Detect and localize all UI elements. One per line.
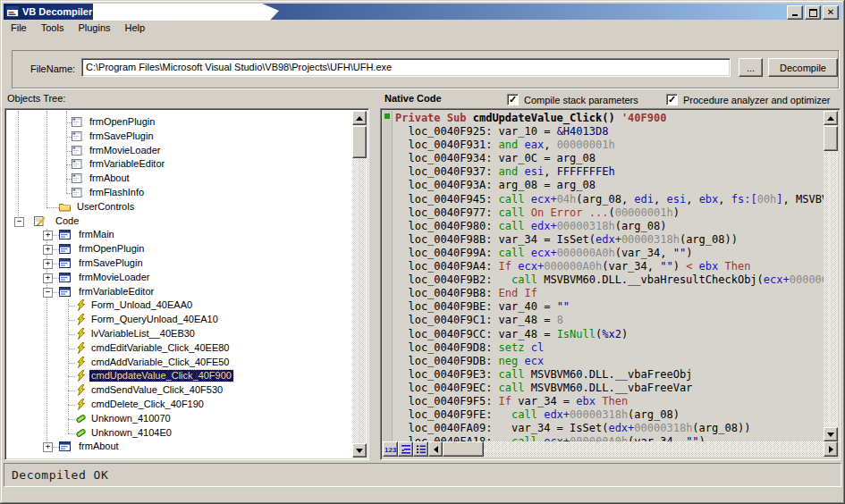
tree-item-label[interactable]: Unknown_4104E0 [89,427,173,439]
scroll-track[interactable] [484,441,824,457]
collapse-icon[interactable]: − [14,217,24,227]
code-line: loc_0040F9C1: var_48 = 8 [395,314,824,327]
objects-tree-label: Objects Tree: [7,93,65,104]
tree-item-Form_Unload_40EAA0[interactable]: Form_Unload_40EAA0 [7,298,352,313]
decompile-button[interactable]: Decompile [768,58,838,77]
list-view-button[interactable] [413,441,428,457]
tree-item-label[interactable]: Unknown_410070 [89,413,173,424]
tree-item-cmdDelete_Click_40F190[interactable]: cmdDelete_Click_40F190 [7,398,352,412]
filename-input[interactable]: C:\Program Files\Microsoft Visual Studio… [81,58,731,77]
tree-item-frmSavePlugin[interactable]: +frmSavePlugin [7,256,352,271]
close-button[interactable]: ✕ [823,5,839,20]
objects-tree[interactable]: frmOpenPluginfrmSavePluginfrmMovieLoader… [7,111,352,458]
tree-item-label[interactable]: Code [54,215,80,227]
tree-item-cmdEditVariable_Click_40EE80[interactable]: cmdEditVariable_Click_40EE80 [7,341,352,356]
compile-stack-checkbox[interactable]: ✓ [507,94,519,105]
indent-view-button[interactable] [398,441,413,457]
scroll-track[interactable] [824,125,838,427]
horizontal-scrollbar[interactable] [428,441,838,457]
expand-icon[interactable]: + [43,231,53,240]
maximize-button[interactable] [805,5,821,20]
tree-item-frmVariableEditor[interactable]: −frmVariableEditor [7,285,352,299]
tree-item-label[interactable]: frmMovieLoader [77,272,151,283]
scroll-thumb[interactable] [352,126,367,158]
tree-item-frmFlashInfo[interactable]: frmFlashInfo [7,186,352,200]
tree-item-UserControls[interactable]: UserControls [7,200,352,214]
tree-item-cmdUpdateValue_Click_40F900[interactable]: cmdUpdateValue_Click_40F900 [7,369,352,383]
tree-item-label[interactable]: frmVariableEditor [77,286,156,298]
tree-item-label[interactable]: frmAbout [88,172,131,184]
scroll-up-button[interactable] [352,111,367,125]
compile-stack-label[interactable]: Compile stack parameters [524,95,638,105]
tree-item-label[interactable]: cmdEditVariable_Click_40EE80 [89,342,232,354]
tree-item-cmdSendValue_Click_40F530[interactable]: cmdSendValue_Click_40F530 [7,383,352,398]
show-addresses-button[interactable]: 123 [383,441,398,457]
tree-item-Unknown_4104E0[interactable]: Unknown_4104E0 [7,426,352,441]
scroll-thumb[interactable] [443,441,484,457]
unknown-icon [75,413,87,424]
code-scrollbar[interactable] [824,111,838,441]
tree-item-label[interactable]: cmdUpdateValue_Click_40F900 [89,370,233,382]
scroll-up-button[interactable] [824,111,838,125]
expand-icon[interactable]: + [43,442,53,452]
proc-icon [75,342,87,354]
code-bottom-bar: 123 [383,441,838,458]
tree-item-Unknown_410070[interactable]: Unknown_410070 [7,412,352,426]
code-line: loc_0040F9D8: setz cl [395,341,824,355]
expand-icon[interactable]: + [43,273,53,283]
tree-item-frmAbout[interactable]: +frmAbout [7,440,352,454]
tree-item-frmMovieLoader[interactable]: frmMovieLoader [7,144,352,158]
tree-item-label[interactable]: frmOpenPlugin [77,243,146,255]
tree-item-label[interactable]: frmAbout [77,441,121,452]
tree-item-Form_QueryUnload_40EA10[interactable]: Form_QueryUnload_40EA10 [7,313,352,327]
code-line: loc_0040FA18: call ecx+000000A0h(var_34,… [395,435,824,441]
menu-item-plugins[interactable]: Plugins [71,21,117,36]
tree-item-label[interactable]: cmdDelete_Click_40F190 [89,399,206,410]
tree-item-label[interactable]: frmSavePlugin [77,257,145,269]
analyzer-label[interactable]: Procedure analyzer and optimizer [683,95,830,105]
tree-item-label[interactable]: Form_QueryUnload_40EA10 [89,314,220,325]
tree-item-Code[interactable]: −Code [7,214,352,229]
tree-item-frmSavePlugin[interactable]: frmSavePlugin [7,130,352,144]
tree-item-label[interactable]: frmMain [77,229,116,240]
scroll-down-button[interactable] [352,443,367,458]
menu-item-file[interactable]: File [4,21,34,36]
form-icon [72,130,83,142]
analyzer-checkbox[interactable]: ✓ [666,94,678,105]
tree-item-frmAbout[interactable]: frmAbout [7,172,352,186]
tree-item-label[interactable]: UserControls [75,201,136,213]
proc-icon [75,299,87,311]
tree-item-frmMovieLoader[interactable]: +frmMovieLoader [7,271,352,285]
tree-item-label[interactable]: Form_Unload_40EAA0 [89,299,194,311]
tree-item-label[interactable]: lvVariableList__40EB30 [89,328,197,340]
tree-item-frmVariableEditor[interactable]: frmVariableEditor [7,157,352,172]
scroll-left-button[interactable] [428,441,443,457]
expand-icon[interactable]: + [43,259,53,269]
scroll-thumb[interactable] [824,126,838,151]
filename-label: FileName: [30,63,75,74]
scroll-right-button[interactable] [824,441,838,457]
browse-button[interactable]: ... [739,58,763,77]
expand-icon[interactable]: + [43,245,53,255]
tree-item-label[interactable]: cmdAddVariable_Click_40FE50 [89,357,232,368]
tree-item-frmOpenPlugin[interactable]: frmOpenPlugin [7,115,352,130]
form-icon [72,158,83,170]
scroll-down-button[interactable] [824,427,838,441]
tree-item-frmMain[interactable]: +frmMain [7,228,352,242]
code-view[interactable]: Private Sub cmdUpdateValue_Click() '40F9… [395,112,824,441]
tree-item-label[interactable]: cmdSendValue_Click_40F530 [89,384,224,396]
menu-item-tools[interactable]: Tools [34,21,72,36]
tree-scrollbar[interactable] [352,111,367,458]
scroll-track[interactable] [352,125,367,443]
menu-item-help[interactable]: Help [118,21,153,36]
tree-item-label[interactable]: frmOpenPlugin [88,116,156,128]
tree-item-cmdAddVariable_Click_40FE50[interactable]: cmdAddVariable_Click_40FE50 [7,356,352,370]
collapse-icon[interactable]: − [43,288,53,298]
tree-item-label[interactable]: frmFlashInfo [88,187,146,198]
tree-item-label[interactable]: frmMovieLoader [88,145,162,156]
tree-item-label[interactable]: frmVariableEditor [88,158,166,170]
tree-item-lvVariableList__40EB30[interactable]: lvVariableList__40EB30 [7,327,352,341]
minimize-button[interactable] [787,5,803,20]
tree-item-frmOpenPlugin[interactable]: +frmOpenPlugin [7,242,352,256]
tree-item-label[interactable]: frmSavePlugin [88,130,156,142]
